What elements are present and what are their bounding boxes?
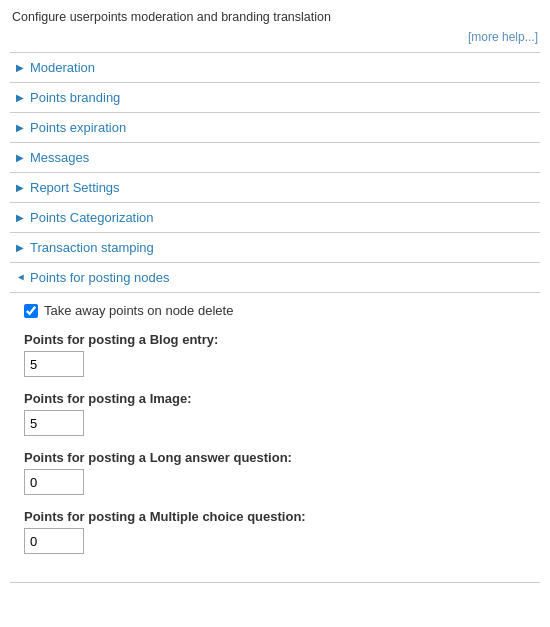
- accordion-content-points-for-posting-nodes: Take away points on node deletePoints fo…: [10, 292, 540, 582]
- accordion-header-messages[interactable]: ▶Messages: [10, 143, 540, 172]
- page-container: Configure userpoints moderation and bran…: [0, 0, 550, 583]
- accordion-header-points-branding[interactable]: ▶Points branding: [10, 83, 540, 112]
- field-label-blog-entry: Points for posting a Blog entry:: [24, 332, 526, 347]
- arrow-down-icon: ▼: [16, 273, 27, 283]
- more-help-link[interactable]: [more help...]: [468, 30, 538, 44]
- accordion-section-moderation: ▶Moderation: [10, 52, 540, 82]
- arrow-right-icon: ▶: [16, 152, 26, 163]
- accordion-header-points-expiration[interactable]: ▶Points expiration: [10, 113, 540, 142]
- field-group-multiple-choice: Points for posting a Multiple choice que…: [24, 509, 526, 554]
- field-group-image: Points for posting a Image:: [24, 391, 526, 436]
- arrow-right-icon: ▶: [16, 182, 26, 193]
- field-group-long-answer: Points for posting a Long answer questio…: [24, 450, 526, 495]
- accordion-header-moderation[interactable]: ▶Moderation: [10, 53, 540, 82]
- field-input-long-answer[interactable]: [24, 469, 84, 495]
- accordion-section-points-for-posting-nodes: ▼Points for posting nodesTake away point…: [10, 262, 540, 583]
- arrow-right-icon: ▶: [16, 242, 26, 253]
- field-label-long-answer: Points for posting a Long answer questio…: [24, 450, 526, 465]
- field-input-blog-entry[interactable]: [24, 351, 84, 377]
- field-label-multiple-choice: Points for posting a Multiple choice que…: [24, 509, 526, 524]
- take-away-points-row: Take away points on node delete: [24, 303, 526, 318]
- arrow-right-icon: ▶: [16, 62, 26, 73]
- arrow-right-icon: ▶: [16, 212, 26, 223]
- accordion-section-report-settings: ▶Report Settings: [10, 172, 540, 202]
- accordion-container: ▶Moderation▶Points branding▶Points expir…: [0, 52, 550, 583]
- accordion-label-messages: Messages: [30, 150, 89, 165]
- field-input-image[interactable]: [24, 410, 84, 436]
- accordion-label-points-for-posting-nodes: Points for posting nodes: [30, 270, 169, 285]
- take-away-points-checkbox[interactable]: [24, 304, 38, 318]
- accordion-header-points-for-posting-nodes[interactable]: ▼Points for posting nodes: [10, 263, 540, 292]
- field-input-multiple-choice[interactable]: [24, 528, 84, 554]
- accordion-header-points-categorization[interactable]: ▶Points Categorization: [10, 203, 540, 232]
- accordion-label-moderation: Moderation: [30, 60, 95, 75]
- accordion-label-points-expiration: Points expiration: [30, 120, 126, 135]
- accordion-label-report-settings: Report Settings: [30, 180, 120, 195]
- accordion-label-points-categorization: Points Categorization: [30, 210, 154, 225]
- accordion-header-report-settings[interactable]: ▶Report Settings: [10, 173, 540, 202]
- accordion-label-points-branding: Points branding: [30, 90, 120, 105]
- take-away-points-label: Take away points on node delete: [44, 303, 233, 318]
- accordion-section-transaction-stamping: ▶Transaction stamping: [10, 232, 540, 262]
- arrow-right-icon: ▶: [16, 92, 26, 103]
- accordion-section-points-categorization: ▶Points Categorization: [10, 202, 540, 232]
- arrow-right-icon: ▶: [16, 122, 26, 133]
- field-label-image: Points for posting a Image:: [24, 391, 526, 406]
- accordion-section-messages: ▶Messages: [10, 142, 540, 172]
- accordion-label-transaction-stamping: Transaction stamping: [30, 240, 154, 255]
- page-description: Configure userpoints moderation and bran…: [0, 0, 550, 30]
- field-group-blog-entry: Points for posting a Blog entry:: [24, 332, 526, 377]
- accordion-section-points-expiration: ▶Points expiration: [10, 112, 540, 142]
- accordion-section-points-branding: ▶Points branding: [10, 82, 540, 112]
- accordion-header-transaction-stamping[interactable]: ▶Transaction stamping: [10, 233, 540, 262]
